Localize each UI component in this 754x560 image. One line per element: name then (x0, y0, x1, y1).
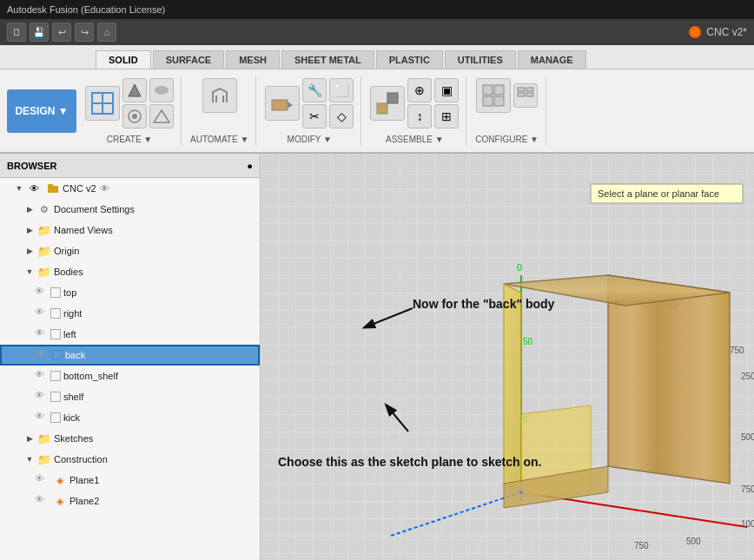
expand-arrow-origin[interactable]: ▶ (24, 246, 35, 256)
browser-item-top[interactable]: 👁 top (0, 282, 260, 303)
modify-group-label[interactable]: MODIFY ▼ (288, 135, 332, 144)
cnc-eye-icon[interactable]: 👁 (27, 181, 41, 195)
bottom-shelf-eye-icon[interactable]: 👁 (35, 369, 49, 383)
bottom-shelf-body-icon (50, 371, 61, 381)
shelf-body-icon (50, 392, 61, 402)
rigid-icon[interactable]: ⊞ (434, 104, 459, 128)
toolbar: 🗋 💾 ↩ ↪ ⌂ CNC v2* SOLID SURFACE MESH SHE… (0, 19, 754, 154)
extrude-icon[interactable] (122, 78, 147, 102)
svg-rect-23 (48, 186, 58, 193)
svg-point-6 (155, 86, 169, 95)
new-button[interactable]: 🗋 (7, 23, 26, 42)
svg-rect-22 (526, 93, 533, 96)
expand-arrow-views[interactable]: ▶ (24, 225, 35, 235)
create-group-label[interactable]: CREATE ▼ (107, 135, 153, 144)
design-button[interactable]: DESIGN ▼ (7, 89, 76, 133)
save-button[interactable]: 💾 (30, 23, 49, 42)
browser-item-bottom-shelf[interactable]: 👁 bottom_shelf (0, 366, 260, 386)
expand-arrow-bodies[interactable]: ▼ (24, 267, 35, 277)
tab-mesh[interactable]: MESH (226, 50, 280, 69)
svg-rect-19 (518, 88, 525, 91)
chamfer-icon[interactable]: ✂ (302, 104, 327, 128)
plane1-label: Plane1 (69, 475, 99, 485)
expand-arrow-cnc[interactable]: ▼ (14, 183, 24, 194)
loft-icon[interactable] (149, 104, 174, 128)
browser-item-origin[interactable]: ▶ 📁 Origin (0, 240, 260, 261)
draft-icon[interactable]: ◇ (329, 104, 354, 128)
right-eye-icon[interactable]: 👁 (35, 306, 49, 320)
expand-arrow-construction[interactable]: ▼ (24, 454, 35, 464)
browser-item-bodies[interactable]: ▼ 📁 Bodies (0, 261, 260, 282)
quick-access-toolbar: 🗋 💾 ↩ ↪ ⌂ CNC v2* (0, 19, 754, 45)
browser-item-left[interactable]: 👁 left (0, 324, 260, 345)
undo-button[interactable]: ↩ (52, 23, 71, 42)
svg-text:500: 500 (741, 432, 754, 442)
browser-item-cnc[interactable]: ▼ 👁 CNC v2 👁 (0, 178, 260, 199)
assemble-icon[interactable] (370, 86, 405, 121)
browser-item-plane1[interactable]: 👁 ◈ Plane1 (0, 470, 260, 491)
tab-solid[interactable]: SOLID (96, 50, 151, 69)
expand-arrow-sketches[interactable]: ▶ (24, 433, 35, 444)
browser-item-kick[interactable]: 👁 kick (0, 407, 260, 428)
svg-line-30 (347, 432, 391, 553)
automate-group-label[interactable]: AUTOMATE ▼ (190, 135, 248, 144)
cnc-visibility-icon[interactable]: 👁 (100, 183, 109, 194)
tab-surface[interactable]: SURFACE (153, 50, 225, 69)
table-icon[interactable] (513, 83, 538, 108)
shell-icon[interactable]: ⬜ (329, 78, 354, 102)
main-area: BROWSER ● ▼ 👁 CNC v2 👁 ▶ ⚙ Document Sett… (0, 154, 754, 560)
home-button[interactable]: ⌂ (97, 23, 116, 42)
svg-marker-7 (154, 110, 169, 122)
tab-manage[interactable]: MANAGE (518, 50, 586, 69)
svg-line-40 (391, 492, 521, 536)
browser-item-sketches[interactable]: ▶ 📁 Sketches (0, 428, 260, 449)
create-main-icon[interactable] (85, 86, 120, 121)
3d-scene: 0 50 0 750 50 (261, 154, 754, 560)
left-eye-icon[interactable]: 👁 (35, 327, 49, 341)
expand-arrow-doc[interactable]: ▶ (24, 204, 35, 214)
modify-group: 🔧 ✂ ⬜ ◇ MODIFY ▼ (258, 76, 361, 146)
svg-rect-15 (483, 85, 493, 95)
shelf-eye-icon[interactable]: 👁 (35, 390, 49, 404)
svg-rect-20 (526, 88, 533, 91)
browser-item-plane2[interactable]: 👁 ◈ Plane2 (0, 491, 260, 511)
sweep-icon[interactable] (149, 78, 174, 102)
browser-item-back[interactable]: 👁 back (0, 345, 260, 366)
browser-collapse-icon[interactable]: ● (247, 161, 253, 171)
tab-sheet-metal[interactable]: SHEET METAL (281, 50, 374, 69)
joint-icon[interactable]: ⊕ (407, 78, 432, 102)
component-icon[interactable]: ▣ (434, 78, 459, 102)
viewport[interactable]: 0 50 0 750 50 (261, 154, 754, 560)
automate-icon[interactable] (202, 78, 237, 113)
assemble-group-label[interactable]: ASSEMBLE ▼ (386, 135, 444, 144)
configure-group-label[interactable]: CONFIGURE ▼ (475, 135, 539, 144)
named-views-label: Named Views (54, 225, 113, 235)
origin-label: Origin (54, 246, 79, 256)
top-eye-icon[interactable]: 👁 (35, 286, 49, 300)
tab-utilities[interactable]: UTILITIES (445, 50, 516, 69)
create-group: CREATE ▼ (78, 76, 182, 146)
browser-item-right[interactable]: 👁 right (0, 303, 260, 324)
tab-plastic[interactable]: PLASTIC (376, 50, 443, 69)
plane1-eye-icon[interactable]: 👁 (35, 473, 49, 487)
svg-text:Select a plane or planar face: Select a plane or planar face (598, 188, 719, 199)
bodies-folder-icon: 📁 (37, 265, 51, 279)
plane2-eye-icon[interactable]: 👁 (35, 494, 49, 508)
configure-icon[interactable] (476, 78, 511, 113)
kick-eye-icon[interactable]: 👁 (35, 411, 49, 425)
svg-rect-13 (387, 93, 398, 103)
svg-text:750: 750 (730, 346, 744, 355)
construction-folder-icon: 📁 (37, 452, 51, 466)
back-eye-icon[interactable]: 👁 (36, 348, 50, 362)
push-pull-icon[interactable] (265, 86, 300, 121)
browser-item-doc-settings[interactable]: ▶ ⚙ Document Settings (0, 199, 260, 220)
fillet-icon[interactable]: 🔧 (302, 78, 327, 102)
origin-folder-icon: 📁 (37, 244, 51, 258)
construction-label: Construction (54, 454, 108, 464)
redo-button[interactable]: ↪ (75, 23, 94, 42)
motion-icon[interactable]: ↕ (407, 104, 432, 128)
browser-item-construction[interactable]: ▼ 📁 Construction (0, 449, 260, 470)
browser-item-shelf[interactable]: 👁 shelf (0, 386, 260, 407)
revolve-icon[interactable] (122, 104, 147, 128)
browser-item-named-views[interactable]: ▶ 📁 Named Views (0, 220, 260, 240)
